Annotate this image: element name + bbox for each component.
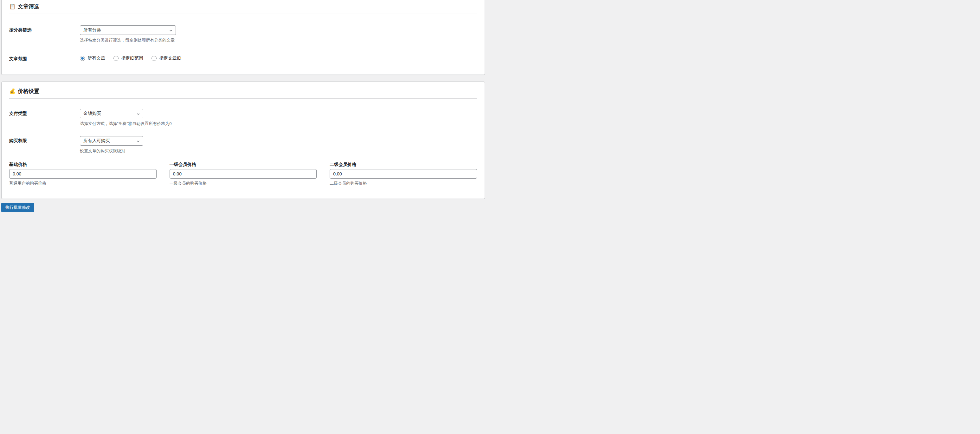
category-filter-row: 按分类筛选 所有分类 选择特定分类进行筛选，留空则处理所有分类的文章 bbox=[9, 26, 477, 43]
level1-price-help: 一级会员的购买价格 bbox=[170, 181, 317, 186]
pay-type-label: 支付类型 bbox=[9, 109, 80, 116]
radio-specific-ids[interactable]: 指定文章ID bbox=[151, 56, 181, 61]
base-price-label: 基础价格 bbox=[9, 162, 157, 167]
price-fields-row: 基础价格 普通用户的购买价格 一级会员价格 一级会员的购买价格 二级会员价格 二… bbox=[9, 162, 477, 186]
base-price-help: 普通用户的购买价格 bbox=[9, 181, 157, 186]
permission-select[interactable]: 所有人可购买 bbox=[80, 136, 143, 145]
article-scope-radio-group: 所有文章 指定ID范围 指定文章ID bbox=[80, 54, 477, 61]
price-settings-section: 💰价格设置 支付类型 金钱购买 选择支付方式，选择"免费"将自动设置所有价格为0… bbox=[1, 81, 485, 199]
permission-row: 购买权限 所有人可购买 设置文章的购买权限级别 bbox=[9, 136, 477, 153]
category-select[interactable]: 所有分类 bbox=[80, 26, 176, 35]
radio-all-articles[interactable]: 所有文章 bbox=[80, 56, 105, 61]
level2-price-input[interactable] bbox=[329, 169, 477, 179]
level1-price-input[interactable] bbox=[170, 169, 317, 179]
radio-all-articles-circle[interactable] bbox=[80, 56, 85, 61]
category-filter-label: 按分类筛选 bbox=[9, 26, 80, 33]
level1-price-col: 一级会员价格 一级会员的购买价格 bbox=[170, 162, 317, 186]
level1-price-label: 一级会员价格 bbox=[170, 162, 317, 167]
clipboard-icon: 📋 bbox=[9, 4, 16, 9]
permission-label: 购买权限 bbox=[9, 136, 80, 144]
pay-type-select[interactable]: 金钱购买 bbox=[80, 109, 143, 118]
radio-all-articles-label: 所有文章 bbox=[88, 56, 105, 61]
level2-price-col: 二级会员价格 二级会员的购买价格 bbox=[329, 162, 477, 186]
pay-type-row: 支付类型 金钱购买 选择支付方式，选择"免费"将自动设置所有价格为0 bbox=[9, 109, 477, 126]
permission-select-value: 所有人可购买 bbox=[83, 138, 110, 144]
price-settings-title: 💰价格设置 bbox=[9, 88, 477, 95]
category-select-value: 所有分类 bbox=[83, 27, 101, 33]
radio-id-range-label: 指定ID范围 bbox=[121, 56, 143, 61]
base-price-input[interactable] bbox=[9, 169, 157, 179]
radio-id-range-circle[interactable] bbox=[113, 56, 119, 61]
chevron-down-icon bbox=[136, 112, 140, 116]
radio-specific-ids-circle[interactable] bbox=[151, 56, 157, 61]
pay-type-help: 选择支付方式，选择"免费"将自动设置所有价格为0 bbox=[80, 121, 477, 126]
level2-price-label: 二级会员价格 bbox=[329, 162, 477, 167]
chevron-down-icon bbox=[169, 28, 173, 33]
money-bag-icon: 💰 bbox=[9, 88, 16, 94]
level2-price-help: 二级会员的购买价格 bbox=[329, 181, 477, 186]
price-settings-title-text: 价格设置 bbox=[18, 88, 39, 94]
article-filter-title-text: 文章筛选 bbox=[18, 3, 39, 10]
article-scope-row: 文章范围 所有文章 指定ID范围 指定文章ID bbox=[9, 54, 477, 62]
execute-bulk-edit-button[interactable]: 执行批量修改 bbox=[1, 203, 34, 212]
permission-help: 设置文章的购买权限级别 bbox=[80, 148, 477, 153]
article-filter-title: 📋文章筛选 bbox=[9, 3, 477, 11]
category-filter-help: 选择特定分类进行筛选，留空则处理所有分类的文章 bbox=[80, 38, 477, 43]
article-scope-label: 文章范围 bbox=[9, 54, 80, 62]
chevron-down-icon bbox=[136, 139, 140, 144]
radio-specific-ids-label: 指定文章ID bbox=[159, 56, 181, 61]
section-divider bbox=[9, 98, 477, 99]
section-divider bbox=[9, 14, 477, 14]
article-filter-section: 📋文章筛选 按分类筛选 所有分类 选择特定分类进行筛选，留空则处理所有分类的文章… bbox=[1, 0, 485, 75]
pay-type-select-value: 金钱购买 bbox=[83, 111, 101, 116]
base-price-col: 基础价格 普通用户的购买价格 bbox=[9, 162, 157, 186]
radio-id-range[interactable]: 指定ID范围 bbox=[113, 56, 143, 61]
